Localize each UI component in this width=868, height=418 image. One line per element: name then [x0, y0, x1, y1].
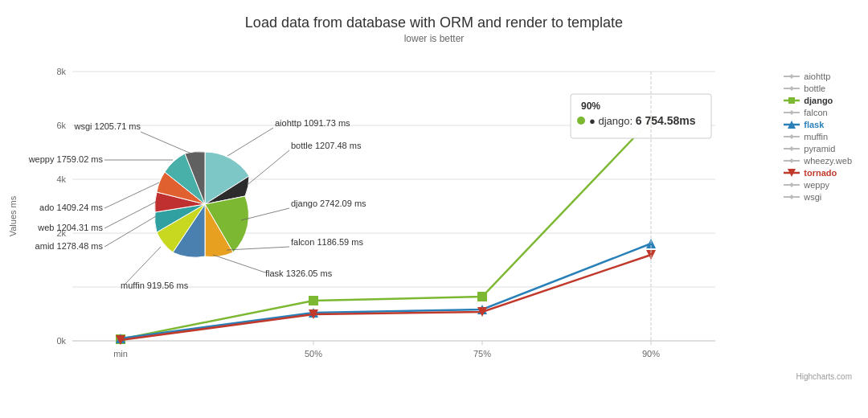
- legend-label-pyramid: pyramid: [804, 144, 835, 154]
- x-label-75: 75%: [473, 349, 491, 359]
- y-axis-title: Values ms: [8, 195, 18, 236]
- legend-label-wheezyweb: wheezy.web: [804, 156, 852, 166]
- legend-label-aiohttp: aiohttp: [804, 72, 830, 81]
- legend-label-django: django: [804, 96, 833, 105]
- x-label-90: 90%: [642, 349, 660, 359]
- svg-line-21: [213, 255, 265, 273]
- legend-icon-flask: [784, 120, 800, 129]
- legend-label-weppy: weppy: [804, 180, 829, 190]
- legend-icon-django: [784, 96, 800, 105]
- pie-label-falcon: falcon 1186.59 ms: [291, 237, 363, 247]
- pie-label-web: web 1204.31 ms: [37, 223, 103, 232]
- pie-label-wsgi: wsgi 1205.71 ms: [73, 121, 141, 131]
- main-chart-svg: 8k 6k 4k 2k 0k Values ms min 50% 75% 90%: [0, 47, 868, 385]
- chart-body: 8k 6k 4k 2k 0k Values ms min 50% 75% 90%: [0, 47, 868, 385]
- chart-subtitle: lower is better: [0, 33, 868, 44]
- svg-line-17: [227, 128, 273, 156]
- legend-icon-wsgi: [784, 192, 800, 202]
- legend-icon-muffin: [784, 132, 800, 141]
- tooltip-value: ● django: 6 754.58ms: [589, 114, 696, 127]
- y-label-0k: 0k: [56, 336, 66, 346]
- y-label-8k: 8k: [56, 67, 66, 76]
- tooltip-dot: [577, 117, 585, 125]
- legend-icon-weppy: [784, 180, 800, 190]
- legend-icon-bottle: [784, 84, 800, 93]
- legend-icon-tornado: [784, 168, 800, 178]
- svg-marker-43: [789, 195, 794, 199]
- tooltip-header: 90%: [581, 100, 600, 112]
- svg-marker-29: [789, 110, 794, 115]
- legend-item-wsgi: wsgi: [784, 192, 852, 202]
- legend-label-bottle: bottle: [804, 84, 825, 93]
- legend-label-wsgi: wsgi: [804, 192, 821, 202]
- svg-line-15: [104, 216, 156, 247]
- y-label-4k: 4k: [56, 174, 66, 184]
- legend-icon-pyramid: [784, 144, 800, 154]
- pie-label-django: django 2742.09 ms: [291, 199, 366, 208]
- svg-marker-23: [789, 74, 794, 79]
- svg-marker-41: [789, 182, 794, 187]
- x-label-50: 50%: [305, 349, 322, 359]
- pie-label-ado: ado 1409.24 ms: [39, 203, 103, 212]
- svg-marker-37: [789, 158, 794, 163]
- svg-line-11: [141, 132, 193, 154]
- svg-marker-35: [789, 146, 794, 151]
- svg-rect-27: [788, 97, 795, 104]
- legend-item-weppy: weppy: [784, 180, 852, 190]
- legend-item-aiohttp: aiohttp: [784, 72, 852, 81]
- django-marker-75: [477, 292, 487, 301]
- legend-item-muffin: muffin: [784, 132, 852, 141]
- legend-label-flask: flask: [804, 120, 824, 129]
- pie-label-weppy: weppy 1759.02 ms: [28, 154, 104, 164]
- legend-label-muffin: muffin: [804, 132, 828, 141]
- pie-label-amid: amid 1278.48 ms: [35, 241, 104, 251]
- svg-line-16: [125, 247, 161, 285]
- legend-item-tornado: tornado: [784, 168, 852, 178]
- svg-marker-25: [789, 86, 794, 91]
- legend-item-bottle: bottle: [784, 84, 852, 93]
- legend-label-tornado: tornado: [804, 168, 837, 178]
- legend-item-falcon: falcon: [784, 108, 852, 117]
- chart-legend: aiohttp bottle django: [784, 72, 852, 202]
- pie-label-muffin: muffin 919.56 ms: [121, 281, 189, 290]
- legend-item-wheezyweb: wheezy.web: [784, 156, 852, 166]
- y-label-6k: 6k: [56, 121, 66, 130]
- pie-label-bottle: bottle 1207.48 ms: [291, 141, 362, 150]
- legend-label-falcon: falcon: [804, 108, 827, 117]
- svg-marker-33: [789, 134, 794, 139]
- legend-icon-wheezyweb: [784, 156, 800, 166]
- highcharts-credit: Highcharts.com: [796, 372, 852, 381]
- legend-item-pyramid: pyramid: [784, 144, 852, 154]
- legend-item-flask: flask: [784, 120, 852, 129]
- chart-title: Load data from database with ORM and ren…: [0, 14, 868, 31]
- svg-line-14: [104, 202, 156, 228]
- legend-item-django: django: [784, 96, 852, 105]
- x-label-min: min: [113, 349, 128, 359]
- pie-label-aiohttp: aiohttp 1091.73 ms: [275, 118, 350, 128]
- legend-icon-aiohttp: [784, 72, 800, 81]
- django-marker-50: [309, 296, 318, 305]
- chart-container: Load data from database with ORM and ren…: [0, 0, 868, 418]
- legend-icon-falcon: [784, 108, 800, 117]
- pie-label-flask: flask 1326.05 ms: [265, 268, 333, 278]
